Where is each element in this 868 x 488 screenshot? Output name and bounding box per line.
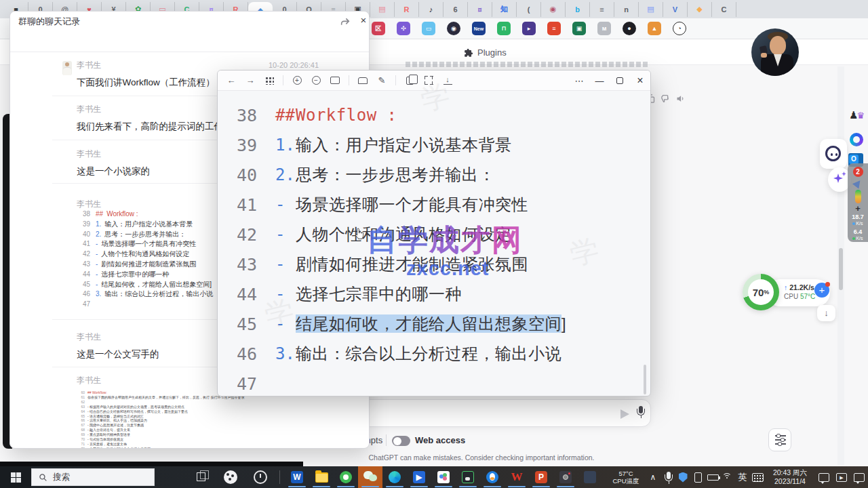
message-text: 这是一个公文写手的	[77, 348, 159, 361]
settings-sliders-button[interactable]	[768, 428, 791, 451]
taskbar-app-camera-app[interactable]	[553, 466, 578, 488]
cpu-usage-ring[interactable]: 70%	[743, 274, 779, 310]
taskbar-search[interactable]: 搜索	[31, 468, 155, 486]
taskbar-app-faint-app[interactable]	[578, 466, 602, 488]
taskbar-app-wps[interactable]: W	[505, 466, 529, 488]
network-monitor-panel[interactable]: 2 + 18.7K/s 6.4K/s	[848, 163, 868, 242]
pinned-tab-eye[interactable]: ◉	[541, 2, 566, 17]
notes-chat-icon[interactable]	[850, 466, 868, 488]
taskbar-app-qq[interactable]	[480, 466, 505, 488]
plugins-selector[interactable]: Plugins	[464, 47, 507, 58]
phone-link-icon[interactable]	[691, 466, 705, 488]
security-shield-icon[interactable]	[676, 466, 690, 488]
taskbar-app-screen-recorder[interactable]	[456, 466, 480, 488]
send-icon[interactable]	[620, 409, 629, 419]
green-app-icon	[340, 471, 352, 483]
back-icon[interactable]: ←	[226, 75, 237, 86]
pinned-tab-note[interactable]: n	[614, 2, 639, 17]
pinned-tab-doc-blue[interactable]: ▤	[639, 2, 663, 17]
pinned-tab-paren[interactable]: (	[517, 2, 541, 17]
pinned-tab-zhihu[interactable]: 知	[492, 2, 517, 17]
page-scrollbar[interactable]	[837, 66, 844, 465]
actual-size-icon[interactable]	[330, 75, 340, 86]
assistant-app-icon[interactable]	[224, 470, 237, 484]
thumbs-down-icon[interactable]	[660, 94, 671, 104]
wifi-icon[interactable]	[721, 466, 734, 488]
edit-icon[interactable]: ✎	[376, 75, 387, 86]
copilot-icon[interactable]	[850, 133, 863, 146]
net-speed: 21.2K/s	[789, 283, 814, 291]
notifications-icon[interactable]	[815, 466, 833, 488]
taskbar-app-powerpoint[interactable]: P	[529, 466, 553, 488]
gallery-grid-icon[interactable]	[264, 75, 275, 86]
zoom-out-icon[interactable]: −	[311, 75, 321, 86]
notification-badge: 2	[853, 167, 863, 177]
tray-mic-icon[interactable]	[661, 466, 675, 488]
pinned-tab-tiktok[interactable]: ♪	[419, 2, 443, 17]
scrollbar-thumb[interactable]	[839, 248, 843, 290]
taskbar-app-blue-app[interactable]: ▶	[407, 466, 431, 488]
bookmark-green-phone[interactable]: ⊓	[497, 22, 511, 35]
line-marker: -	[96, 239, 98, 249]
bookmark-dark-face[interactable]: ◉	[447, 22, 460, 35]
maximize-button[interactable]	[610, 70, 630, 91]
pinned-tab-bilibili[interactable]: b	[566, 2, 590, 17]
bookmark-black-circle[interactable]: ●	[623, 22, 636, 35]
pinned-tab-v-blue[interactable]: V	[663, 2, 688, 17]
bookmark-orange-hill[interactable]: ▲	[648, 22, 661, 35]
bookmark-mouse-gray[interactable]: ᴍ	[597, 22, 611, 35]
chess-extension-icon[interactable]: ♟♛	[849, 109, 865, 121]
viewer-scrollbar[interactable]	[644, 365, 646, 394]
pinned-tab-red-r2[interactable]: R	[395, 2, 419, 17]
message-text: 下面我们讲Workflow（工作流程）	[77, 77, 215, 89]
pinned-tab-six[interactable]: 6	[443, 2, 468, 17]
rotate-icon[interactable]	[357, 75, 368, 86]
hidden-icons-chevron[interactable]: ∧	[646, 466, 660, 488]
bookmark-brain-purple[interactable]: ✣	[397, 22, 410, 35]
zoom-in-icon[interactable]: +	[292, 75, 302, 86]
bookmark-purple-dark[interactable]: ▸	[522, 22, 536, 35]
zhihu-favicon: 知	[500, 4, 508, 14]
bookmark-red-app[interactable]: 区	[372, 22, 385, 35]
copy-icon[interactable]	[404, 75, 415, 86]
task-view-icon[interactable]	[197, 470, 210, 484]
add-widget-button[interactable]: +	[814, 283, 829, 298]
pinned-tab-pink-book[interactable]: ▤	[370, 2, 395, 17]
taskbar-app-wechat[interactable]	[358, 466, 382, 488]
clock[interactable]: 20:43 周六2023/11/4	[769, 468, 811, 486]
taskbar-app-edge[interactable]	[382, 466, 407, 488]
pinned-tab-flame[interactable]: ◆	[688, 2, 712, 17]
web-access-toggle[interactable]	[392, 436, 410, 446]
microphone-icon[interactable]	[637, 406, 645, 421]
bookmark-new-badge[interactable]: New	[472, 22, 486, 35]
input-language-indicator[interactable]: 英	[736, 466, 749, 488]
touch-keyboard-icon[interactable]	[751, 466, 764, 488]
chatgpt-disclaimer: ChatGPT can make mistakes. Consider chec…	[278, 453, 685, 462]
close-icon[interactable]: ×	[357, 14, 370, 26]
line-number: 41	[75, 239, 90, 249]
collapse-down-button[interactable]: ↓	[817, 305, 835, 321]
ai-assistant-button[interactable]	[820, 139, 847, 169]
bookmark-green-tv[interactable]: ▣	[572, 22, 586, 35]
taskbar-app-meeting[interactable]	[431, 466, 456, 488]
pinned-tab-paw[interactable]: ¤	[468, 2, 492, 17]
pinned-tab-lines[interactable]: ≡	[590, 2, 614, 17]
more-options-icon[interactable]: ⋯	[569, 70, 589, 91]
pinned-tab-c-gray[interactable]: C	[712, 2, 736, 17]
forward-icon[interactable]: →	[245, 75, 256, 86]
close-button[interactable]: ×	[630, 70, 650, 91]
taskbar-app-green-app[interactable]	[334, 466, 358, 488]
start-button[interactable]	[0, 466, 31, 488]
bookmark-blue-card[interactable]: ▭	[422, 22, 435, 35]
battery-icon[interactable]	[706, 466, 719, 488]
forward-icon[interactable]	[340, 16, 351, 27]
bookmark-octocat-outline[interactable]: ◔	[673, 22, 686, 35]
bookmark-red-doc[interactable]: ≡	[547, 22, 561, 35]
speaker-icon[interactable]	[675, 94, 686, 104]
video-tool-icon[interactable]: ▶	[833, 466, 850, 488]
cpu-temp-tray[interactable]: 57°CCPU温度	[609, 470, 643, 485]
taskbar-app-word[interactable]: W	[285, 466, 309, 488]
history-clock-icon[interactable]	[254, 470, 267, 484]
taskbar-app-explorer[interactable]	[309, 466, 334, 488]
minimize-button[interactable]: —	[589, 70, 610, 91]
